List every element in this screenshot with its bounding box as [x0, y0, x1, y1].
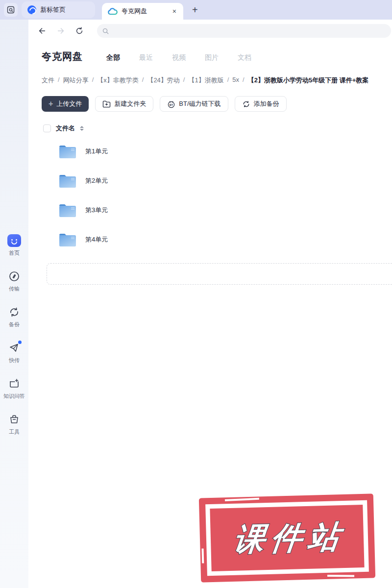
folder-row[interactable]: 第2单元 — [42, 166, 392, 196]
folder-row[interactable]: 第1单元 — [42, 137, 392, 166]
folder-icon — [58, 231, 77, 248]
folder-icon — [58, 172, 77, 189]
sidebar-item-label: 工具 — [9, 428, 20, 436]
back-button[interactable] — [35, 24, 49, 38]
back-arrow-icon — [38, 26, 47, 35]
sidebar-item-backup[interactable]: 备份 — [0, 306, 28, 328]
refresh-button[interactable] — [73, 24, 86, 38]
address-search-bar[interactable] — [97, 24, 391, 38]
breadcrumb-item[interactable]: 【1】浙教版 — [188, 76, 223, 85]
app-sidebar: 首页 传输 备份 — [0, 20, 28, 588]
tab-video[interactable]: 视频 — [172, 53, 186, 62]
sync-icon — [242, 100, 250, 108]
folder-name: 第2单元 — [85, 176, 108, 185]
tab-all[interactable]: 全部 — [106, 53, 120, 62]
forward-arrow-icon — [56, 26, 65, 35]
tab-search-button[interactable] — [4, 3, 18, 17]
breadcrumb-separator: / — [58, 76, 60, 85]
tab-image[interactable]: 图片 — [205, 53, 219, 62]
bt-download-icon: BT — [167, 100, 175, 108]
svg-text:BT: BT — [170, 103, 173, 106]
browser-tab-newtab[interactable]: 新标签页 — [22, 1, 95, 18]
folder-name: 第4单元 — [85, 235, 108, 244]
knowledge-qa-icon — [7, 377, 21, 390]
address-search-input[interactable] — [112, 27, 386, 35]
new-tab-button[interactable]: + — [189, 3, 201, 17]
page-title: 夸克网盘 — [42, 50, 83, 63]
forward-button[interactable] — [54, 24, 68, 38]
breadcrumb-separator: / — [227, 76, 229, 85]
sidebar-item-label: 快传 — [9, 357, 20, 364]
folder-icon — [58, 143, 77, 160]
breadcrumb-item[interactable]: 网站分享 — [63, 76, 89, 85]
browser-tab-quark-drive[interactable]: 夸克网盘 × — [102, 3, 183, 20]
file-list-header: 文件名 — [42, 124, 392, 133]
breadcrumb-item[interactable]: 【x】非教学类 — [97, 76, 139, 85]
sidebar-item-transfer[interactable]: 传输 — [0, 270, 28, 293]
select-all-checkbox[interactable] — [43, 124, 51, 132]
sidebar-item-knowledge-qa[interactable]: 知识问答 — [0, 377, 28, 400]
paper-plane-icon — [7, 342, 21, 354]
bt-magnet-download-button[interactable]: BT BT/磁力链下载 — [160, 96, 228, 112]
folder-row[interactable]: 第4单元 — [42, 225, 392, 254]
folder-plus-icon — [102, 100, 111, 108]
breadcrumb-separator: / — [142, 76, 144, 85]
breadcrumb-item[interactable]: 文件 — [42, 76, 54, 85]
breadcrumb: 文件 / 网站分享 / 【x】非教学类 / 【24】劳动 / 【1】浙教版 / … — [42, 76, 392, 85]
sort-icon[interactable] — [80, 126, 84, 131]
search-icon — [102, 27, 109, 35]
toolbox-icon — [7, 413, 21, 426]
quark-logo-icon — [27, 5, 36, 14]
folder-name: 第3单元 — [85, 206, 108, 215]
add-backup-button[interactable]: 添加备份 — [235, 96, 287, 112]
tab-search-icon — [7, 6, 15, 14]
breadcrumb-item-current: 【2】浙教版小学劳动5年级下册 课件+教案 — [248, 76, 369, 85]
sidebar-item-tools[interactable]: 工具 — [0, 413, 28, 436]
browser-nav-bar — [28, 20, 392, 42]
tab-title: 夸克网盘 — [122, 7, 168, 16]
transfer-icon — [7, 270, 21, 283]
cloud-drive-icon — [108, 8, 118, 15]
file-list: 第1单元 第2单元 第3单元 第4单元 — [42, 137, 392, 254]
new-folder-button[interactable]: 新建文件夹 — [95, 96, 153, 112]
plus-icon: + — [49, 99, 53, 108]
sidebar-item-quick-transfer[interactable]: 快传 — [0, 342, 28, 364]
breadcrumb-separator: / — [92, 76, 94, 85]
tab-close-icon[interactable]: × — [172, 7, 177, 16]
folder-icon — [58, 202, 77, 219]
home-icon — [7, 234, 21, 247]
sidebar-item-label: 首页 — [9, 249, 20, 257]
tab-title: 新标签页 — [40, 5, 89, 14]
filename-column-header[interactable]: 文件名 — [56, 124, 75, 133]
upload-file-button[interactable]: + 上传文件 — [42, 96, 89, 112]
sidebar-item-home[interactable]: 首页 — [0, 234, 28, 257]
tab-document[interactable]: 文档 — [238, 53, 251, 62]
refresh-icon — [75, 26, 84, 35]
watermark-stamp: 课件站 — [199, 493, 375, 582]
notification-dot — [18, 341, 22, 344]
breadcrumb-separator: / — [183, 76, 185, 85]
sidebar-item-label: 知识问答 — [3, 392, 25, 400]
breadcrumb-separator: / — [243, 76, 245, 85]
browser-tab-bar: 新标签页 夸克网盘 × + — [0, 0, 392, 20]
sidebar-item-label: 备份 — [9, 321, 20, 328]
folder-row[interactable]: 第3单元 — [42, 196, 392, 225]
sidebar-item-label: 传输 — [9, 285, 20, 293]
tab-recent[interactable]: 最近 — [139, 53, 153, 62]
toolbar: + 上传文件 新建文件夹 BT BT/磁力链下载 — [42, 96, 392, 112]
breadcrumb-item[interactable]: 【24】劳动 — [147, 76, 179, 85]
backup-sync-icon — [7, 306, 21, 318]
breadcrumb-item[interactable]: 5x — [232, 76, 239, 85]
folder-name: 第1单元 — [85, 147, 108, 156]
watermark-text: 课件站 — [226, 515, 348, 561]
upload-dropzone[interactable] — [47, 263, 392, 285]
filter-tabs: 全部 最近 视频 图片 文档 — [106, 53, 251, 62]
